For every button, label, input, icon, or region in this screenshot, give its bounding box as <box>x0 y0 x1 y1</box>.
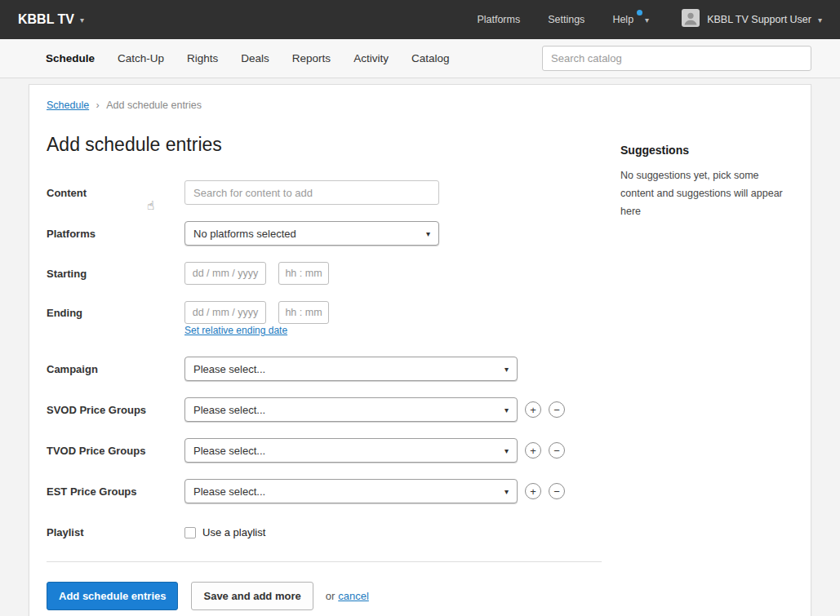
tab-activity[interactable]: Activity <box>353 41 389 76</box>
suggestions-body: No suggestions yet, pick some content an… <box>620 167 793 221</box>
topnav-platforms[interactable]: Platforms <box>477 14 520 25</box>
breadcrumb: Schedule › Add schedule entries <box>47 100 793 111</box>
playlist-label: Playlist <box>47 526 184 538</box>
avatar <box>682 9 700 30</box>
chevron-down-icon: ▾ <box>80 16 84 24</box>
ending-row-field: Ending dd / mm / yyyy hh : mm <box>47 301 602 324</box>
section-nav: Schedule Catch-Up Rights Deals Reports A… <box>0 39 840 78</box>
chevron-down-icon: ▾ <box>504 405 509 414</box>
top-nav: Platforms Settings Help▾ KBBL TV Support… <box>449 9 822 30</box>
breadcrumb-schedule-link[interactable]: Schedule <box>47 100 89 111</box>
est-remove-button[interactable]: − <box>549 483 565 499</box>
suggestions-title: Suggestions <box>620 144 793 157</box>
chevron-down-icon: ▾ <box>818 16 822 24</box>
campaign-row-field: Campaign Please select... ▾ <box>47 357 602 381</box>
svod-add-button[interactable]: + <box>525 401 541 418</box>
platforms-row-field: Platforms No platforms selected ▾ <box>47 221 602 246</box>
set-relative-ending-date-link[interactable]: Set relative ending date <box>184 325 287 336</box>
content-label: Content <box>47 187 184 199</box>
est-price-groups-select[interactable]: Please select... ▾ <box>184 479 518 503</box>
brand-label: KBBL TV <box>18 12 74 27</box>
or-text: or <box>326 590 336 602</box>
cancel-link[interactable]: cancel <box>338 590 369 602</box>
svod-remove-button[interactable]: − <box>549 401 565 418</box>
tab-rights[interactable]: Rights <box>187 41 218 76</box>
chevron-down-icon: ▾ <box>504 365 509 374</box>
campaign-selected-value: Please select... <box>193 363 504 375</box>
est-selected-value: Please select... <box>193 485 504 498</box>
breadcrumb-current: Add schedule entries <box>106 100 202 111</box>
use-playlist-checkbox-label: Use a playlist <box>202 526 265 538</box>
form-divider <box>47 561 602 562</box>
campaign-label: Campaign <box>47 363 184 375</box>
starting-row-field: Starting dd / mm / yyyy hh : mm <box>47 262 602 285</box>
tvod-selected-value: Please select... <box>193 445 504 457</box>
content-row-field: Content <box>47 180 602 205</box>
starting-label: Starting <box>47 268 184 280</box>
est-price-groups-row: EST Price Groups Please select... ▾ + − <box>47 479 602 503</box>
form-actions: Add schedule entries Save and add more o… <box>47 582 602 610</box>
platforms-selected-value: No platforms selected <box>193 228 426 240</box>
content-search-input[interactable] <box>184 180 439 205</box>
tab-schedule[interactable]: Schedule <box>46 41 95 76</box>
ending-label: Ending <box>47 307 184 319</box>
starting-date-input[interactable]: dd / mm / yyyy <box>184 262 266 285</box>
user-menu[interactable]: KBBL TV Support User ▾ <box>682 9 822 30</box>
catalog-search-input[interactable] <box>542 46 811 71</box>
top-bar: KBBL TV ▾ Platforms Settings Help▾ KBBL … <box>0 0 840 39</box>
platforms-select[interactable]: No platforms selected ▾ <box>184 221 439 246</box>
help-label: Help <box>612 14 633 25</box>
add-schedule-form: Add schedule entries Content Platforms N… <box>47 122 602 610</box>
page-title: Add schedule entries <box>47 134 602 156</box>
chevron-down-icon: ▾ <box>504 487 509 496</box>
help-notification-dot <box>637 10 642 16</box>
chevron-down-icon: ▾ <box>645 16 649 24</box>
tvod-add-button[interactable]: + <box>525 442 541 459</box>
starting-time-input[interactable]: hh : mm <box>278 262 329 285</box>
breadcrumb-separator: › <box>96 100 100 111</box>
topnav-settings[interactable]: Settings <box>548 14 584 25</box>
tab-catalog[interactable]: Catalog <box>411 41 450 76</box>
svod-price-groups-label: SVOD Price Groups <box>47 404 184 416</box>
main-card: Schedule › Add schedule entries Add sche… <box>29 84 811 616</box>
est-price-groups-label: EST Price Groups <box>47 485 184 498</box>
ending-time-input[interactable]: hh : mm <box>278 301 329 324</box>
est-add-button[interactable]: + <box>525 483 541 499</box>
tvod-price-groups-select[interactable]: Please select... ▾ <box>184 438 518 463</box>
svod-price-groups-row: SVOD Price Groups Please select... ▾ + − <box>47 397 602 422</box>
campaign-select[interactable]: Please select... ▾ <box>184 357 518 381</box>
tvod-remove-button[interactable]: − <box>549 442 565 459</box>
chevron-down-icon: ▾ <box>426 229 430 238</box>
relative-ending-row: Set relative ending date <box>47 325 602 336</box>
tab-reports[interactable]: Reports <box>292 41 331 76</box>
save-and-add-more-button[interactable]: Save and add more <box>191 582 313 610</box>
add-schedule-entries-button[interactable]: Add schedule entries <box>47 582 178 610</box>
platforms-label: Platforms <box>47 228 184 240</box>
ending-date-input[interactable]: dd / mm / yyyy <box>184 301 266 324</box>
svod-selected-value: Please select... <box>193 404 504 416</box>
tvod-price-groups-row: TVOD Price Groups Please select... ▾ + − <box>47 438 602 463</box>
tab-deals[interactable]: Deals <box>241 41 269 76</box>
svod-price-groups-select[interactable]: Please select... ▾ <box>184 397 518 422</box>
brand-menu[interactable]: KBBL TV ▾ <box>18 12 84 27</box>
user-name: KBBL TV Support User <box>707 14 811 25</box>
tvod-price-groups-label: TVOD Price Groups <box>47 445 184 457</box>
playlist-row: Playlist Use a playlist <box>47 526 602 538</box>
suggestions-panel: Suggestions No suggestions yet, pick som… <box>620 122 793 610</box>
topnav-help[interactable]: Help▾ <box>612 14 649 25</box>
use-playlist-checkbox[interactable] <box>184 527 196 538</box>
chevron-down-icon: ▾ <box>504 446 509 455</box>
tab-catch-up[interactable]: Catch-Up <box>118 41 164 76</box>
